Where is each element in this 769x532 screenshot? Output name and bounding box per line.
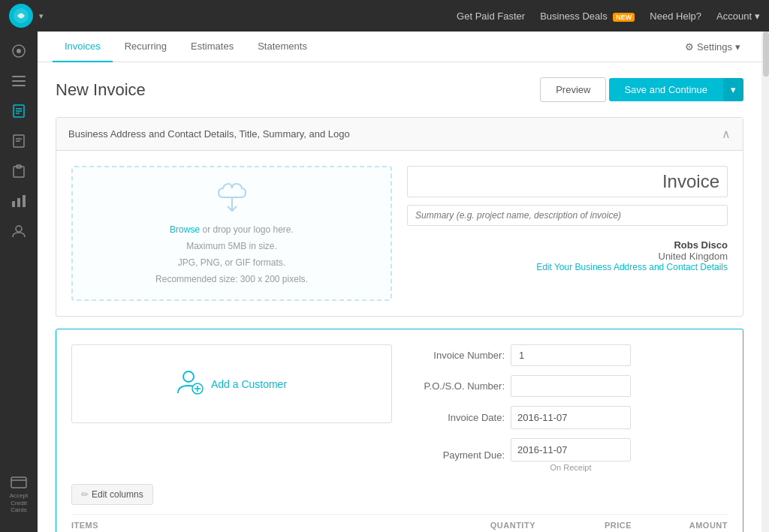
sidebar-item-invoice[interactable]: [5, 98, 32, 125]
logo[interactable]: [9, 4, 33, 28]
business-deals-link[interactable]: Business Deals NEW: [540, 11, 635, 22]
invoice-number-input[interactable]: [511, 344, 631, 366]
svg-rect-19: [11, 477, 26, 488]
svg-rect-3: [12, 76, 26, 77]
accept-credit-cards-label: Accept Credit Cards: [3, 492, 35, 514]
svg-point-22: [183, 371, 194, 382]
sidebar-item-contacts[interactable]: [5, 218, 32, 245]
scrollbar-thumb[interactable]: [763, 32, 769, 77]
logo-formats: JPG, PNG, or GIF formats.: [178, 257, 285, 268]
tab-invoices[interactable]: Invoices: [53, 32, 113, 62]
business-section-body: Browse or drop your logo here. Maximum 5…: [56, 151, 743, 316]
business-two-col: Browse or drop your logo here. Maximum 5…: [71, 166, 728, 301]
invoice-form-two-col: Add a Customer Invoice Number: P.O./S.O.…: [71, 344, 728, 472]
svg-rect-4: [12, 80, 26, 82]
items-header: ITEMS QUANTITY PRICE AMOUNT: [71, 514, 728, 532]
dropdown-arrow[interactable]: ▾: [39, 11, 44, 21]
amount-column-header: AMOUNT: [638, 521, 728, 530]
save-dropdown-arrow-icon: ▾: [731, 84, 736, 95]
invoice-number-label: Invoice Number:: [407, 350, 505, 361]
payment-due-row: Payment Due: On Receipt: [407, 438, 728, 472]
cloud-upload-icon: [214, 182, 250, 218]
invoice-date-row: Invoice Date:: [407, 406, 728, 429]
on-receipt-label: On Receipt: [511, 463, 631, 472]
invoice-date-field: [511, 406, 631, 429]
accept-credit-cards[interactable]: Accept Credit Cards: [0, 470, 38, 520]
svg-point-18: [16, 226, 22, 232]
tab-statements[interactable]: Statements: [246, 32, 319, 62]
invoice-summary-input[interactable]: [407, 205, 728, 226]
svg-rect-17: [23, 195, 26, 207]
edit-columns-button[interactable]: ✏ Edit columns: [71, 484, 153, 505]
page-content: New Invoice Preview Save and Continue ▾ …: [38, 62, 761, 532]
logo-max-size: Maximum 5MB in size.: [186, 241, 277, 251]
logo-upload-text: Browse or drop your logo here.: [170, 224, 294, 235]
need-help-link[interactable]: Need Help?: [650, 11, 701, 22]
tabs-bar: Invoices Recurring Estimates Statements …: [38, 32, 761, 62]
customer-area[interactable]: Add a Customer: [71, 344, 392, 423]
logo-upload-area[interactable]: Browse or drop your logo here. Maximum 5…: [71, 166, 392, 301]
business-section-header: Business Address and Contact Details, Ti…: [56, 118, 743, 151]
gear-icon: ⚙: [685, 41, 694, 53]
page-header: New Invoice Preview Save and Continue ▾: [56, 77, 743, 102]
payment-due-field-group: On Receipt: [511, 438, 631, 472]
business-name: Robs Disco: [407, 239, 728, 251]
sidebar-item-document[interactable]: [5, 128, 32, 155]
svg-rect-5: [12, 85, 26, 86]
content-area: Invoices Recurring Estimates Statements …: [38, 32, 761, 532]
page-title: New Invoice: [56, 80, 540, 100]
svg-point-2: [17, 49, 21, 53]
logo-recommended: Recommended size: 300 x 200 pixels.: [155, 274, 308, 284]
invoice-title-area: Robs Disco United Kingdom Edit Your Busi…: [407, 166, 728, 272]
business-info: Robs Disco United Kingdom Edit Your Busi…: [407, 239, 728, 272]
invoice-date-label: Invoice Date:: [407, 412, 505, 423]
tab-recurring[interactable]: Recurring: [113, 32, 179, 62]
pencil-icon: ✏: [81, 489, 89, 500]
settings-arrow-icon: ▾: [735, 41, 740, 53]
invoice-date-input[interactable]: [511, 407, 631, 428]
add-customer-icon: [176, 368, 204, 400]
sidebar-item-chart[interactable]: [5, 188, 32, 215]
po-so-label: P.O./S.O. Number:: [407, 380, 505, 392]
invoice-bottom: ✏ Edit columns ITEMS QUANTITY PRICE AMOU…: [71, 472, 728, 532]
payment-due-label: Payment Due:: [407, 449, 505, 461]
sidebar-item-list[interactable]: [5, 68, 32, 95]
add-customer-label: Add a Customer: [211, 378, 287, 390]
invoice-form-body: Add a Customer Invoice Number: P.O./S.O.…: [56, 329, 743, 532]
business-country: United Kingdom: [407, 251, 728, 262]
save-button-group: Save and Continue ▾: [609, 78, 743, 101]
preview-button[interactable]: Preview: [540, 77, 606, 102]
get-paid-faster-link[interactable]: Get Paid Faster: [457, 11, 525, 22]
account-menu[interactable]: Account ▾: [716, 11, 760, 22]
save-continue-button[interactable]: Save and Continue: [609, 78, 722, 101]
payment-due-input[interactable]: [511, 440, 631, 460]
new-badge: NEW: [613, 13, 635, 22]
price-column-header: PRICE: [541, 521, 632, 530]
tab-estimates[interactable]: Estimates: [179, 32, 246, 62]
topbar: ▾ Get Paid Faster Business Deals NEW Nee…: [0, 0, 769, 32]
collapse-icon[interactable]: ∧: [722, 127, 731, 141]
main-layout: Accept Credit Cards Invoices Recurring E…: [0, 32, 769, 532]
edit-business-link[interactable]: Edit Your Business Address and Contact D…: [407, 262, 728, 272]
browse-link[interactable]: Browse: [170, 224, 200, 235]
logo-column: Browse or drop your logo here. Maximum 5…: [71, 166, 392, 301]
topbar-links: Get Paid Faster Business Deals NEW Need …: [457, 11, 760, 22]
po-so-row: P.O./S.O. Number:: [407, 375, 728, 397]
invoice-number-row: Invoice Number:: [407, 344, 728, 366]
scrollbar[interactable]: [761, 32, 769, 532]
settings-button[interactable]: ⚙ Settings ▾: [679, 35, 746, 59]
invoice-info-column: Robs Disco United Kingdom Edit Your Busi…: [407, 166, 728, 272]
items-column-header: ITEMS: [71, 521, 439, 530]
invoice-title-input[interactable]: [407, 166, 728, 197]
po-so-input[interactable]: [511, 375, 631, 397]
form-fields: Invoice Number: P.O./S.O. Number: Invoic…: [407, 344, 728, 472]
payment-due-field: [511, 438, 631, 461]
save-dropdown-button[interactable]: ▾: [722, 78, 743, 101]
svg-rect-16: [17, 198, 20, 207]
invoice-form-card: Add a Customer Invoice Number: P.O./S.O.…: [56, 329, 743, 532]
sidebar: Accept Credit Cards: [0, 32, 38, 532]
business-section-title: Business Address and Contact Details, Ti…: [68, 128, 350, 140]
business-section-card: Business Address and Contact Details, Ti…: [56, 117, 743, 317]
sidebar-item-clipboard[interactable]: [5, 158, 32, 185]
sidebar-item-dashboard[interactable]: [5, 38, 32, 65]
